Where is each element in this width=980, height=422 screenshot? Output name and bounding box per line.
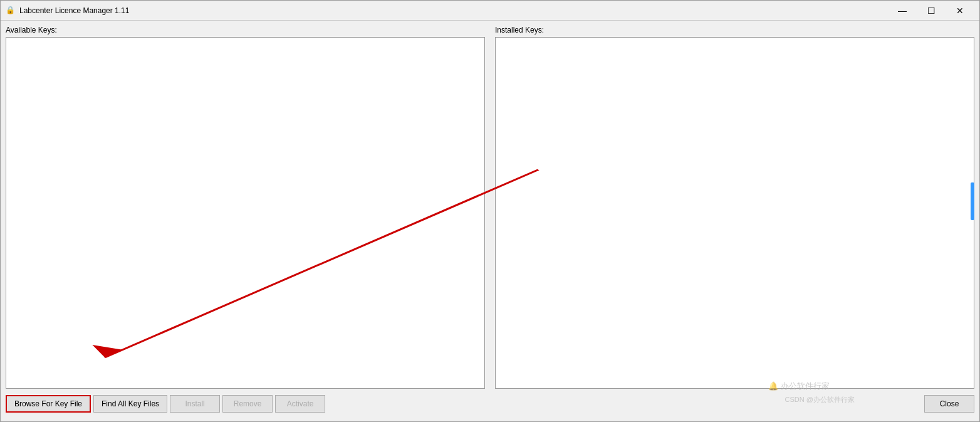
installed-keys-panel: Installed Keys: [495,26,974,389]
remove-button[interactable]: Remove [222,395,273,413]
main-window: 🔒 Labcenter Licence Manager 1.11 — ☐ ✕ A… [0,0,980,422]
installed-keys-label: Installed Keys: [495,26,974,34]
maximize-button[interactable]: ☐ [917,1,946,21]
minimize-button[interactable]: — [888,1,917,21]
browse-key-file-button[interactable]: Browse For Key File [6,395,91,413]
window-title: Labcenter Licence Manager 1.11 [19,6,888,15]
title-bar: 🔒 Labcenter Licence Manager 1.11 — ☐ ✕ [1,1,979,21]
close-button[interactable]: ✕ [946,1,974,21]
button-row: Browse For Key File Find All Key Files I… [6,391,974,416]
close-dialog-button[interactable]: Close [924,395,974,413]
find-all-key-files-button[interactable]: Find All Key Files [93,395,167,413]
install-button[interactable]: Install [170,395,220,413]
panels-container: Available Keys: Installed Keys: [6,26,974,389]
app-icon: 🔒 [6,6,16,16]
available-keys-list[interactable] [6,37,485,389]
available-keys-label: Available Keys: [6,26,485,34]
installed-keys-list[interactable] [495,37,974,389]
content-area: Available Keys: Installed Keys: Browse F… [1,21,979,421]
window-controls: — ☐ ✕ [888,1,974,21]
scroll-indicator [971,182,974,220]
available-keys-panel: Available Keys: [6,26,485,389]
activate-button[interactable]: Activate [275,395,325,413]
